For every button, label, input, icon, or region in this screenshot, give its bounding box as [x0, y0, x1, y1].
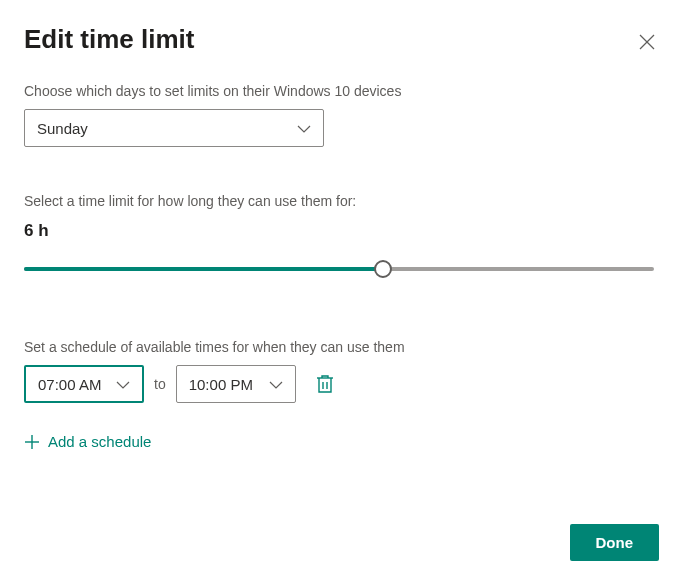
- schedule-from-value: 07:00 AM: [38, 376, 101, 393]
- day-select[interactable]: Sunday: [24, 109, 324, 147]
- schedule-to-value: 10:00 PM: [189, 376, 253, 393]
- schedule-label: Set a schedule of available times for wh…: [24, 339, 659, 355]
- slider-fill: [24, 267, 383, 271]
- limit-label: Select a time limit for how long they ca…: [24, 193, 659, 209]
- edit-time-limit-dialog: Edit time limit Choose which days to set…: [0, 0, 683, 577]
- schedule-from-select[interactable]: 07:00 AM: [24, 365, 144, 403]
- schedule-row: 07:00 AM to 10:00 PM: [24, 365, 659, 403]
- close-icon: [639, 34, 655, 50]
- schedule-to-select[interactable]: 10:00 PM: [176, 365, 296, 403]
- schedule-to-word: to: [154, 376, 166, 392]
- plus-icon: [24, 434, 40, 450]
- chevron-down-icon: [116, 375, 130, 393]
- chevron-down-icon: [297, 119, 311, 137]
- trash-icon: [316, 374, 334, 394]
- add-schedule-label: Add a schedule: [48, 433, 151, 450]
- dialog-title: Edit time limit: [24, 24, 659, 55]
- done-button[interactable]: Done: [570, 524, 660, 561]
- day-select-value: Sunday: [37, 120, 88, 137]
- time-limit-slider[interactable]: [24, 259, 654, 279]
- delete-schedule-button[interactable]: [316, 374, 336, 394]
- add-schedule-button[interactable]: Add a schedule: [24, 433, 659, 450]
- limit-value: 6 h: [24, 221, 659, 241]
- close-button[interactable]: [635, 30, 659, 54]
- slider-thumb[interactable]: [374, 260, 392, 278]
- chevron-down-icon: [269, 375, 283, 393]
- days-label: Choose which days to set limits on their…: [24, 83, 659, 99]
